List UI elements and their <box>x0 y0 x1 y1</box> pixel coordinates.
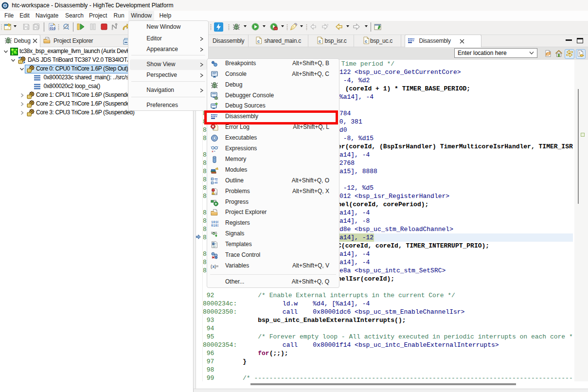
svg-text:c: c <box>257 39 260 44</box>
svg-text:=: = <box>214 150 215 153</box>
svg-text:c: c <box>319 39 321 44</box>
svg-text:0101: 0101 <box>211 224 218 228</box>
svg-text:010: 010 <box>50 27 55 30</box>
svg-text:c: c <box>365 39 367 44</box>
